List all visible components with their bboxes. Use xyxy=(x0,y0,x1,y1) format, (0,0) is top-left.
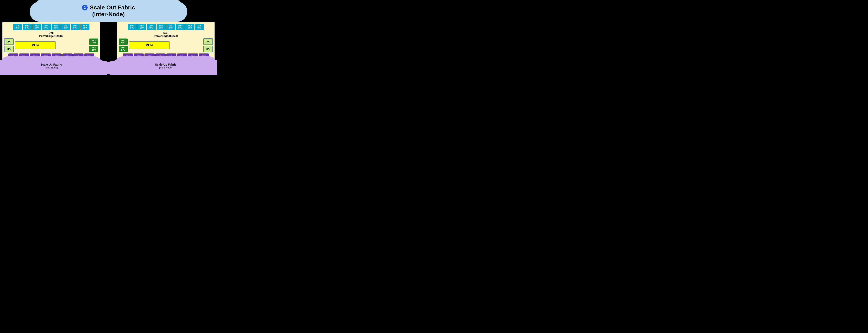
nic-dpu-5: NIC/DPU xyxy=(52,24,61,30)
pcie-box-left: PCIe xyxy=(15,41,56,49)
nic-dpu-2: NIC/DPU xyxy=(23,24,32,30)
gpu-2-right: GPU xyxy=(134,54,144,59)
scale-up-subtitle-right: (Intra-Node) xyxy=(127,66,205,69)
main-subtitle: (Inter-Node) xyxy=(82,11,135,18)
nic-dpu-r6: NIC/DPU xyxy=(176,24,185,30)
cloud-top-section: 2 Scale Out Fabric (Inter-Node) xyxy=(0,0,217,21)
gpu-7-right: GPU xyxy=(188,54,198,59)
cpu-col-right: CPU CPU xyxy=(203,38,213,52)
node-left: NIC/DPU NIC/DPU NIC/DPU NIC/DPU NIC/DPU … xyxy=(2,22,100,75)
middle-section-left: CPU CPU PCIe NIC/DPU NIC/DPU xyxy=(4,38,98,52)
gpu-4-right: GPU xyxy=(155,54,165,59)
nic-side-2-left: NIC/DPU xyxy=(89,46,98,52)
cpu-col-left: CPU CPU xyxy=(4,38,14,52)
nic-dpu-1: NIC/DPU xyxy=(13,24,22,30)
gpu-6-left: GPU xyxy=(62,54,73,59)
gpu-8-right: GPU xyxy=(199,54,209,59)
pcie-area-left: PCIe xyxy=(15,41,88,49)
nic-side-2-right: NIC/DPU xyxy=(119,46,128,52)
nic-dpu-6: NIC/DPU xyxy=(61,24,70,30)
scale-up-cloud-left: Scale Up Fabric (Intra-Node) xyxy=(6,60,96,72)
badge-number: 2 xyxy=(82,5,88,10)
gpu-2-left: GPU xyxy=(19,54,29,59)
nic-dpu-3: NIC/DPU xyxy=(32,24,41,30)
cpu-1-left: CPU xyxy=(4,38,14,45)
nic-dpu-r4: NIC/DPU xyxy=(157,24,165,30)
cpu-1-right: CPU xyxy=(203,38,213,45)
middle-black-space xyxy=(102,22,115,75)
gpu-7-left: GPU xyxy=(73,54,84,59)
nic-dpu-8: NIC/DPU xyxy=(81,24,89,30)
node-right: NIC/DPU NIC/DPU NIC/DPU NIC/DPU NIC/DPU … xyxy=(117,22,215,75)
scale-up-cloud-right: Scale Up Fabric (Intra-Node) xyxy=(121,60,211,72)
gpu-row-left: GPU GPU GPU GPU GPU GPU GPU GPU xyxy=(4,54,98,59)
gpu-6-right: GPU xyxy=(177,54,187,59)
nic-side-right: NIC/DPU NIC/DPU xyxy=(119,38,128,52)
gpu-1-right: GPU xyxy=(123,54,133,59)
nic-side-1-left: NIC/DPU xyxy=(89,38,98,45)
gpu-5-left: GPU xyxy=(52,54,62,59)
nic-dpu-r3: NIC/DPU xyxy=(147,24,156,30)
gpu-8-left: GPU xyxy=(84,54,94,59)
gpu-4-left: GPU xyxy=(41,54,51,59)
node-left-title: DellPowerEdgeXE9680 xyxy=(4,31,98,37)
gpu-5-right: GPU xyxy=(166,54,177,59)
nodes-row: NIC/DPU NIC/DPU NIC/DPU NIC/DPU NIC/DPU … xyxy=(0,21,217,77)
scale-up-subtitle-left: (Intra-Node) xyxy=(12,66,90,69)
nic-dpu-r2: NIC/DPU xyxy=(137,24,146,30)
nic-dpu-r5: NIC/DPU xyxy=(166,24,175,30)
cloud-title: 2 Scale Out Fabric (Inter-Node) xyxy=(82,4,135,18)
gpu-1-left: GPU xyxy=(8,54,19,59)
nic-row-top-left: NIC/DPU NIC/DPU NIC/DPU NIC/DPU NIC/DPU … xyxy=(4,24,98,30)
nic-side-1-right: NIC/DPU xyxy=(119,38,128,45)
gpu-3-left: GPU xyxy=(30,54,40,59)
nic-dpu-4: NIC/DPU xyxy=(42,24,51,30)
nic-dpu-r1: NIC/DPU xyxy=(128,24,137,30)
gpu-row-right: GPU GPU GPU GPU GPU GPU GPU GPU xyxy=(119,54,213,59)
pcie-box-right: PCIe xyxy=(129,41,170,49)
nic-side-left: NIC/DPU NIC/DPU xyxy=(89,38,98,52)
node-right-title: DellPowerEdgeXE9680 xyxy=(119,31,213,37)
scale-up-title-right: Scale Up Fabric xyxy=(127,63,205,66)
main-title: Scale Out Fabric xyxy=(90,4,135,11)
scale-out-cloud: 2 Scale Out Fabric (Inter-Node) xyxy=(59,2,158,20)
nic-dpu-r8: NIC/DPU xyxy=(195,24,204,30)
middle-section-right: NIC/DPU NIC/DPU PCIe CPU CPU xyxy=(119,38,213,52)
nic-dpu-r7: NIC/DPU xyxy=(185,24,194,30)
nic-row-top-right: NIC/DPU NIC/DPU NIC/DPU NIC/DPU NIC/DPU … xyxy=(119,24,213,30)
cpu-2-right: CPU xyxy=(203,46,213,52)
nic-dpu-7: NIC/DPU xyxy=(71,24,80,30)
gpu-3-right: GPU xyxy=(145,54,155,59)
pcie-area-right: PCIe xyxy=(129,41,202,49)
main-container: 2 Scale Out Fabric (Inter-Node) NIC/DPU … xyxy=(0,0,217,77)
scale-up-title-left: Scale Up Fabric xyxy=(12,63,90,66)
cpu-2-left: CPU xyxy=(4,46,14,52)
